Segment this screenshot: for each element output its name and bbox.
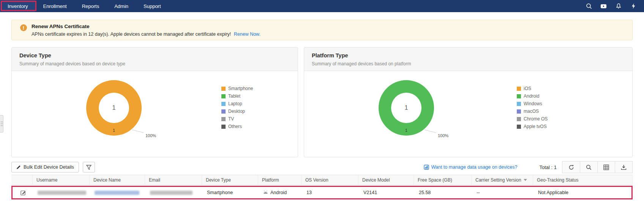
pencil-icon <box>16 165 21 169</box>
alert-message: APNs certificate expires in 12 day(s). A… <box>32 32 260 37</box>
cell-device-model: V2141 <box>360 190 415 195</box>
android-icon <box>263 190 268 195</box>
data-usage-icon <box>424 164 429 170</box>
cell-device-name[interactable] <box>91 191 146 195</box>
legend-item[interactable]: Laptop <box>221 101 253 106</box>
sidebar-collapse-handle[interactable] <box>0 115 3 133</box>
bulk-edit-label: Bulk Edit Device Details <box>24 164 74 170</box>
header-platform[interactable]: Platform <box>258 175 301 185</box>
nav-tab-reports[interactable]: Reports <box>74 0 107 12</box>
nav-tab-admin[interactable]: Admin <box>107 0 136 12</box>
filter-icon <box>86 165 92 170</box>
download-icon[interactable] <box>615 161 632 173</box>
device-type-card: Device Type Summary of managed devices b… <box>11 47 298 157</box>
cell-username[interactable] <box>34 191 91 195</box>
data-usage-link-label: Want to manage data usage on devices? <box>431 164 518 170</box>
total-count: Total : 1 <box>539 164 557 170</box>
drag-dots-icon <box>1 122 2 122</box>
header-device-model[interactable]: Device Model <box>358 175 414 185</box>
legend-item[interactable]: Smartphone <box>221 86 253 91</box>
row-edit-button[interactable] <box>13 190 34 196</box>
chevron-down-icon[interactable] <box>524 179 527 181</box>
nav-tab-inventory[interactable]: Inventory <box>0 0 35 12</box>
header-device-name[interactable]: Device Name <box>90 175 145 185</box>
search-icon[interactable] <box>580 161 597 173</box>
table-action-icons <box>562 161 633 173</box>
video-icon[interactable] <box>600 3 607 9</box>
device-type-card-header: Device Type Summary of managed devices b… <box>12 47 298 71</box>
header-free-space[interactable]: Free Space (GB) <box>414 175 472 185</box>
legend-label: Laptop <box>228 101 242 106</box>
legend-label: Android <box>524 93 539 99</box>
nav-tab-admin-label: Admin <box>114 3 128 9</box>
legend-swatch <box>221 102 226 106</box>
header-geo-tracking[interactable]: Geo-Tracking Status <box>533 175 633 185</box>
legend-label: Tablet <box>228 93 240 99</box>
legend-item[interactable]: Desktop <box>221 109 253 114</box>
platform-type-title: Platform Type <box>312 52 625 58</box>
platform-type-legend: iOS Android Windows macOS Chrome OS Appl… <box>517 86 548 132</box>
legend-item[interactable]: Apple tvOS <box>517 124 548 129</box>
refresh-icon[interactable] <box>562 161 580 173</box>
legend-item[interactable]: Tablet <box>221 94 253 98</box>
grid-icon[interactable] <box>597 161 615 173</box>
filter-button[interactable] <box>83 162 95 172</box>
search-icon[interactable] <box>586 3 592 9</box>
legend-label: Desktop <box>228 109 245 114</box>
redacted-username <box>38 191 86 195</box>
cell-os-version: 13 <box>303 190 360 195</box>
nav-tab-support-label: Support <box>144 3 161 9</box>
nav-tabs: Inventory Enrollment Reports Admin Suppo… <box>0 0 169 12</box>
platform-type-donut[interactable]: 1 1 <box>379 80 434 136</box>
legend-swatch <box>221 125 226 129</box>
legend-item[interactable]: Others <box>221 124 253 129</box>
warning-icon: ! <box>20 24 27 31</box>
legend-label: Others <box>228 124 242 129</box>
device-type-center-value: 1 <box>112 104 115 112</box>
bell-icon[interactable] <box>615 3 622 9</box>
top-navigation: Inventory Enrollment Reports Admin Suppo… <box>0 0 644 12</box>
renew-now-link[interactable]: Renew Now. <box>234 32 260 37</box>
device-type-donut[interactable]: 1 1 <box>86 80 142 136</box>
legend-item[interactable]: Chrome OS <box>517 117 548 121</box>
nav-tab-support[interactable]: Support <box>136 0 169 12</box>
edit-icon <box>21 190 26 196</box>
legend-item[interactable]: macOS <box>517 109 548 114</box>
cell-carrier-setting-version: -- <box>473 190 534 195</box>
legend-swatch <box>221 94 226 98</box>
legend-item[interactable]: TV <box>221 117 253 121</box>
header-username[interactable]: Username <box>33 175 90 185</box>
legend-swatch <box>221 117 226 121</box>
table-header: Username Device Name Email Device Type P… <box>11 175 633 185</box>
cell-platform: Android <box>259 190 303 195</box>
legend-item[interactable]: Windows <box>517 101 548 106</box>
nav-tab-enrollment[interactable]: Enrollment <box>35 0 74 12</box>
device-type-callout-line <box>132 130 144 133</box>
cell-geo-tracking-status: Not Applicable <box>534 190 631 195</box>
table-row[interactable]: Smartphone Android 13 V2141 25.58 -- Not… <box>13 187 631 198</box>
legend-swatch <box>517 94 521 98</box>
alert-title: Renew APNs Certificate <box>32 24 260 29</box>
legend-item[interactable]: iOS <box>517 86 548 91</box>
header-carrier-label: Carrier Setting Version <box>475 177 521 183</box>
device-type-percent-label: 100% <box>145 133 156 138</box>
header-os-version[interactable]: OS Version <box>301 175 358 185</box>
bulk-edit-button[interactable]: Bulk Edit Device Details <box>11 162 79 172</box>
alert-message-text: APNs certificate expires in 12 day(s). A… <box>32 32 231 37</box>
header-device-type[interactable]: Device Type <box>202 175 258 185</box>
legend-swatch <box>517 87 521 91</box>
platform-type-chart: 1 1 100% iOS Android Windows macOS Chrom… <box>304 71 632 157</box>
legend-item[interactable]: Android <box>517 94 548 98</box>
nav-tab-reports-label: Reports <box>82 3 99 9</box>
bolt-icon[interactable] <box>630 3 636 9</box>
header-select <box>11 175 33 185</box>
legend-label: Smartphone <box>228 86 253 91</box>
header-carrier-setting-version[interactable]: Carrier Setting Version <box>472 175 533 185</box>
legend-swatch <box>517 125 521 129</box>
platform-type-slice-label: 1 <box>405 128 407 133</box>
cell-email[interactable] <box>146 191 203 195</box>
device-type-chart: 1 1 100% Smartphone Tablet Laptop Deskto… <box>12 71 298 157</box>
table-toolbar: Bulk Edit Device Details Want to manage … <box>11 161 633 173</box>
header-email[interactable]: Email <box>145 175 202 185</box>
data-usage-link[interactable]: Want to manage data usage on devices? <box>424 164 518 170</box>
